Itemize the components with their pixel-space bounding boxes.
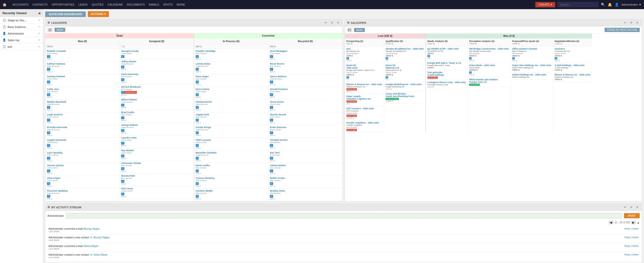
date-badge: 29-06-2021 [124,91,137,94]
activity-actions[interactable]: Reply | Delete [624,227,639,230]
nav-contacts[interactable]: CONTACTS [32,3,48,6]
sidebar-item-base[interactable]: 📋 Base Impleme... ✏ [0,24,43,30]
pipe-col-new-header: New (0) [45,38,119,44]
create-button[interactable]: CREATE ▾ [535,2,555,7]
pipe-card: Caroline WrightMax Jensen+989 d. [194,189,268,201]
post-button[interactable]: POST [624,213,640,218]
dead-group-header: Dead [45,33,194,38]
edit-icon[interactable]: ✏ [38,25,40,28]
nav-emails[interactable]: EMAILS [149,3,159,6]
leadspipe-title: ⚙ LEADSPIPE [47,21,67,24]
salespipe-title: ⚙ SALESPIPE [347,21,367,24]
pipe-card: Erwin EmmonsSarah Smith+989 d. [268,125,342,138]
salespipe-close-button[interactable]: ✕ [635,21,640,25]
pipe-card: Latisha DulacSally Bronson+989 d. [194,61,268,74]
activity-actions[interactable]: Reply | Delete [624,245,639,247]
nav-opportunities[interactable]: OPPORTUNITIES [52,3,74,6]
activity-link[interactable]: Murray Hagan [84,227,100,230]
leadspipe-controls: ✏ ↺ ✕ [323,21,340,25]
activity-link[interactable]: Velma Mayle [84,245,98,247]
nav-more[interactable]: MORE [177,3,185,6]
pipe-card: Derrick WestkundMax Jensen+29-06-2021989… [120,85,193,97]
activity-edit-button[interactable]: ✏ [623,205,628,209]
activity-prev-button[interactable]: ◀ [609,221,613,224]
suitecrm-dashboard-button[interactable]: SUITECRM DASHBOARD [45,11,86,17]
sidebar: Recently Viewed ◀ 📋 Stage by Nex... ✏ 📋 … [0,9,43,263]
pipe-card: Orval MctaggartChris Oliver+989 d. [268,49,342,61]
nav-leads[interactable]: LEADS [78,3,88,6]
salespipe-edit-button[interactable]: ✏ [623,21,628,25]
sales-card: 24/7 Couriers - 1000 units 24/7 Couriers… [345,106,384,120]
nav-documents[interactable]: DOCUMENTS [127,3,145,6]
leadspipe-header: ⚙ LEADSPIPE ✏ ↺ ✕ [45,19,342,26]
user-icon[interactable]: 👤 [615,3,619,7]
leadspipe-new-button[interactable]: NEW [55,28,65,32]
pipe-card: Lauri SpurlingChris Jensen+989 d. [45,150,119,163]
activity-post-input[interactable] [66,213,622,219]
pipe-card: Priscilla HolcombeSally Bronson+989 d. [45,125,119,138]
sidebar-item-admin[interactable]: 👤 Administrator ✏ [0,30,43,37]
pipe-card: Frances MurpheyMax Jensen+989 d. [194,176,268,189]
leadspipe-panel: ⚙ LEADSPIPE ✏ ↺ ✕ [ ] NEW Dea [45,19,343,202]
pipe-card: Cathryn GaleanaSally Bronson+989 d. [45,61,119,74]
scroll-up-icon[interactable]: ▲ [637,221,640,224]
nav-quotes[interactable]: QUOTES [92,3,103,6]
sidebar-item-test[interactable]: 📋 test ✏ [0,43,43,50]
edit-icon[interactable]: ✏ [38,19,40,22]
activity-close-button[interactable]: ✕ [635,205,640,209]
pipe-card: Milton ParhamChris Jensen+989 d. [120,97,193,110]
activity-link[interactable]: Helva Mayle [93,253,107,256]
main-content: SUITECRM DASHBOARD ACTIONS ▾ ⚙ LEADSPIPE… [43,9,644,263]
pipe-card: Franklin SandidgeMax Jensen+989 d. [194,49,268,61]
pipe-card: Angela OstrowskiWil Weastin+989 d. [45,138,119,150]
sales-card: Scanners Coolview Net Ltd Sarah Smith 25… [553,47,592,63]
pipe-card: Rosa VoganMax Jensen+989 d. [194,74,268,87]
nav-spots[interactable]: SPOTS [163,3,173,6]
activity-link[interactable]: Murray Hagan [93,236,109,239]
nav-calendar[interactable]: CALENDAR [108,3,123,6]
pipe-card: Florencio SpaldingSally Bronson+989 d. [45,189,119,201]
salesrep-icon: 👤 [3,38,6,42]
leadspipe-view-button[interactable]: [ ] [47,28,53,32]
activity-controls: ✏ ↺ ✕ [623,205,640,209]
salespipe-view-button[interactable]: [ ] [347,28,352,32]
activity-actions[interactable]: Reply | Delete [624,253,639,256]
sidebar-collapse-button[interactable]: ◀ [38,11,40,15]
salespipe-toolbar: [ ] NEW STAGE BY NEXT ACTION [345,26,642,34]
activity-icon: ⚙ [47,206,50,209]
pipe-card: Maryellen SandefurSally Bronson+989 d. [194,150,268,163]
sidebar-item-stage[interactable]: 📋 Stage by Nex... ✏ [0,17,43,24]
leadspipe-close-button[interactable]: ✕ [336,21,340,25]
activity-pagination: 11 - 15 of 203 [614,221,630,224]
stage-next-action-button[interactable]: STAGE BY NEXT ACTION [605,28,640,32]
leadspipe-edit-button[interactable]: ✏ [323,21,328,25]
edit-icon[interactable]: ✏ [38,39,40,41]
activity-actions[interactable]: Reply | Delete [624,236,639,239]
edit-icon[interactable]: ✏ [38,32,40,35]
activity-panel: ⚙ MY ACTIVITY STREAM ✏ ↺ ✕ Administrator… [45,204,642,263]
activity-refresh-button[interactable]: ↺ [629,205,634,209]
activity-item: Administrator created a new contact 📧 Mu… [47,235,640,243]
pipe-card: Merle CoelhoMax Jensen+989 d. [194,163,268,176]
activity-next-button[interactable]: ▶ [631,221,636,224]
sidebar-item-salesrep[interactable]: 👤 Sales rep ✏ [0,37,43,43]
admin-menu[interactable]: Administrator ▼ [621,3,641,6]
pipe-card: Fidel LuevanoSarah Smith+989 d. [194,138,268,150]
edit-icon[interactable]: ✏ [38,45,40,48]
actions-button[interactable]: ACTIONS ▾ [88,11,109,17]
activity-text: Administrator converted a lead Velma May… [48,245,98,247]
sales-card: Canes and BindersSouth Sea Plumbing Prod… [384,91,425,104]
nav-accounts[interactable]: ACCOUNTS [13,3,28,6]
activity-timestamp: Last Week [48,230,100,233]
app-logo: 🏠 [3,3,7,7]
sales-card: Rhyme & Reason Inc - 1000 units Rhyme & … [345,82,384,94]
search-input[interactable] [558,2,598,7]
salespipe-refresh-button[interactable]: ↺ [629,21,634,25]
pipe-card: Zachary HodnettChris Oliver+989 d. [45,74,119,87]
pipe-card: Donald FentressChris Oliver+989 d. [268,87,342,100]
pipe-card: Karla KaminskyWil Weastin+989 d. [120,72,193,85]
search-icon[interactable]: 🔍 [601,3,605,7]
salespipe-new-button[interactable]: NEW [354,28,365,32]
leadspipe-refresh-button[interactable]: ↺ [329,21,334,25]
notification-icon[interactable]: 🔔 [608,3,612,7]
